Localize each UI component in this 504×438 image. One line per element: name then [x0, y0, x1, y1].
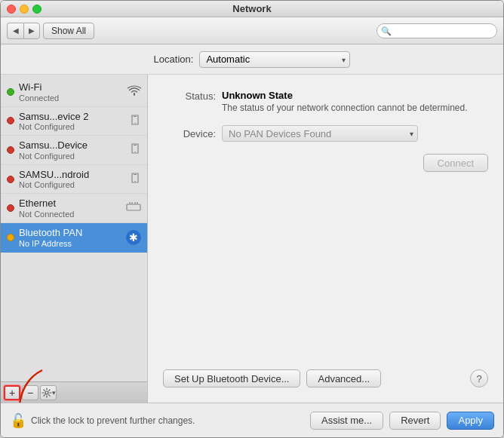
bluetooth-icon: ✱: [126, 230, 141, 245]
item-text-wifi: Wi-Fi Connected: [19, 81, 124, 103]
lock-text: Click the lock to prevent further change…: [31, 415, 195, 426]
status-dot-samsungdroid: [7, 176, 14, 183]
item-text-samsungdev: Samsu...Device Not Configured: [19, 139, 126, 161]
item-name-wifi: Wi-Fi: [19, 81, 124, 93]
item-text-ethernet: Ethernet Not Connected: [19, 198, 123, 219]
detail-panel: Status: Unknown State The status of your…: [148, 75, 503, 403]
item-name-samsungdroid: SAMSU...ndroid: [19, 169, 126, 181]
bottom-actions: Assist me... Revert Apply: [310, 412, 494, 430]
assist-me-button[interactable]: Assist me...: [310, 412, 383, 430]
device-row: Device: No PAN Devices Found ▾: [163, 125, 488, 142]
item-text-samsung2: Samsu...evice 2 Not Configured: [19, 111, 126, 132]
revert-button[interactable]: Revert: [389, 412, 441, 430]
location-select-wrap: Automatic Edit Locations... ▾: [199, 51, 350, 68]
help-button[interactable]: ?: [470, 369, 488, 387]
item-name-samsung2: Samsu...evice 2: [19, 111, 126, 123]
titlebar: Network: [1, 1, 503, 17]
arrow-annotation: [8, 366, 54, 403]
lock-area[interactable]: 🔓 Click the lock to prevent further chan…: [10, 412, 195, 429]
location-bar: Location: Automatic Edit Locations... ▾: [1, 44, 503, 75]
status-dot-bluetooth: [7, 234, 14, 241]
svg-point-2: [134, 152, 135, 152]
item-text-bluetooth: Bluetooth PAN No IP Address: [19, 227, 123, 248]
item-text-samsungdroid: SAMSU...ndroid Not Configured: [19, 169, 126, 190]
apply-button[interactable]: Apply: [447, 412, 494, 430]
status-dot-samsungdev: [7, 146, 14, 154]
status-dot-wifi: [7, 88, 14, 96]
network-window: Network ◀ ▶ Show All 🔍 Location: Automat…: [0, 0, 504, 438]
location-label: Location:: [154, 54, 194, 65]
status-label: Status:: [163, 90, 216, 102]
window-title: Network: [232, 3, 271, 14]
close-button[interactable]: [7, 5, 16, 14]
setup-bluetooth-button[interactable]: Set Up Bluetooth Device...: [163, 369, 300, 387]
status-dot-ethernet: [7, 204, 14, 212]
forward-button[interactable]: ▶: [23, 23, 40, 39]
item-status-samsungdroid: Not Configured: [19, 180, 126, 189]
search-input[interactable]: [376, 23, 497, 38]
phone-icon-samsung2: [129, 114, 141, 128]
main-area: Wi-Fi Connected: [1, 75, 503, 403]
status-value: Unknown State The status of your network…: [222, 90, 468, 113]
sidebar-item-samsung2[interactable]: Samsu...evice 2 Not Configured: [1, 107, 147, 136]
phone-icon-samsungdroid: [129, 172, 141, 186]
sidebar-item-wifi[interactable]: Wi-Fi Connected: [1, 78, 147, 107]
show-all-button[interactable]: Show All: [43, 23, 94, 39]
back-button[interactable]: ◀: [7, 23, 23, 39]
status-value-text: Unknown State: [222, 90, 293, 101]
location-select[interactable]: Automatic Edit Locations...: [199, 51, 350, 68]
toolbar: ◀ ▶ Show All 🔍: [1, 17, 503, 44]
lock-icon: 🔓: [10, 412, 26, 429]
minimize-button[interactable]: [20, 5, 29, 14]
sidebar-bottom-area: + − ▾: [1, 381, 147, 403]
item-status-samsungdev: Not Configured: [19, 152, 126, 161]
detail-spacer: [163, 172, 488, 357]
item-status-ethernet: Not Connected: [19, 210, 123, 219]
search-icon: 🔍: [381, 26, 392, 35]
sidebar-item-samsungdev[interactable]: Samsu...Device Not Configured: [1, 136, 147, 165]
connect-button[interactable]: Connect: [423, 154, 488, 172]
sidebar: Wi-Fi Connected: [1, 75, 148, 403]
detail-bottom-buttons: Set Up Bluetooth Device... Advanced... ?: [163, 369, 488, 387]
sidebar-item-bluetooth[interactable]: Bluetooth PAN No IP Address ✱: [1, 223, 147, 253]
svg-rect-6: [127, 204, 140, 210]
item-name-bluetooth: Bluetooth PAN: [19, 227, 123, 239]
ethernet-icon: [126, 201, 141, 215]
device-label: Device:: [163, 127, 216, 139]
sidebar-list: Wi-Fi Connected: [1, 75, 147, 381]
phone-icon-samsungdev: [129, 142, 141, 157]
status-row: Status: Unknown State The status of your…: [163, 90, 488, 113]
bottom-bar: 🔓 Click the lock to prevent further chan…: [1, 403, 503, 437]
item-status-wifi: Connected: [19, 93, 124, 103]
sidebar-item-samsungdroid[interactable]: SAMSU...ndroid Not Configured: [1, 165, 147, 194]
item-status-bluetooth: No IP Address: [19, 239, 123, 248]
item-name-ethernet: Ethernet: [19, 198, 123, 210]
status-dot-samsung2: [7, 117, 14, 124]
search-box: 🔍: [376, 23, 497, 38]
maximize-button[interactable]: [32, 5, 41, 14]
item-status-samsung2: Not Configured: [19, 122, 126, 131]
item-name-samsungdev: Samsu...Device: [19, 139, 126, 152]
sidebar-item-ethernet[interactable]: Ethernet Not Connected: [1, 194, 147, 223]
device-select-wrap: No PAN Devices Found ▾: [222, 125, 418, 142]
advanced-button[interactable]: Advanced...: [306, 369, 381, 387]
traffic-lights: [7, 5, 41, 14]
nav-buttons: ◀ ▶: [7, 23, 40, 39]
device-select[interactable]: No PAN Devices Found: [222, 125, 418, 142]
status-description: The status of your network connection ca…: [222, 103, 468, 113]
connect-btn-area: Connect: [163, 154, 488, 172]
svg-point-0: [134, 123, 135, 124]
wifi-icon: [128, 85, 141, 98]
svg-point-4: [134, 181, 135, 182]
